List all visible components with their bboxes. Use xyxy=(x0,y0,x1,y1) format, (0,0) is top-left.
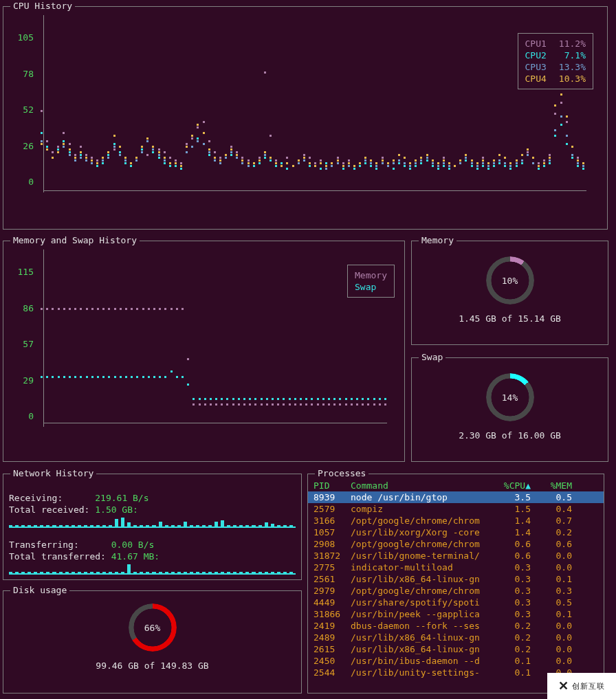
disk-donut: 66% xyxy=(129,603,177,652)
memory-percent: 10% xyxy=(486,256,534,304)
cpu-legend: CPU111.2% CPU27.1% CPU313.3% CPU410.3% xyxy=(518,33,593,89)
memory-panel: Memory 10% 1.45 GB of 15.14 GB xyxy=(411,241,608,345)
table-row[interactable]: 2908/opt/google/chrome/chrom0.60.6 xyxy=(308,538,604,550)
legend-cpu3-value: 13.3% xyxy=(559,61,586,73)
table-row[interactable]: 2489/usr/lib/x86_64-linux-gn0.20.0 xyxy=(308,632,604,643)
table-row[interactable]: 2419dbus-daemon --fork --ses0.20.0 xyxy=(308,620,604,632)
net-recv-line1: Receiving: 219.61 B/s xyxy=(9,492,296,504)
processes-header[interactable]: PID Command %CPU▲ %MEM xyxy=(308,480,604,491)
table-row[interactable]: 31872/usr/lib/gnome-terminal/0.60.0 xyxy=(308,550,604,562)
memory-title: Memory xyxy=(419,234,456,246)
recv-value: 219.61 B/s xyxy=(95,493,148,503)
net-send-line1: Transferring: 0.00 B/s xyxy=(9,539,296,551)
col-pid[interactable]: PID xyxy=(314,480,351,491)
legend-cpu4-value: 10.3% xyxy=(559,73,586,85)
table-row[interactable]: 2775indicator-multiload0.30.0 xyxy=(308,562,604,573)
send-value: 0.00 B/s xyxy=(111,540,155,550)
send-total-value: 41.67 MB: xyxy=(111,551,160,562)
swap-donut: 14% xyxy=(486,373,534,421)
table-row[interactable]: 31866/usr/bin/peek --gapplica0.30.1 xyxy=(308,608,604,620)
memory-donut: 10% xyxy=(486,256,534,304)
recv-label: Receiving: xyxy=(9,493,63,503)
col-cpu[interactable]: %CPU▲ xyxy=(495,480,536,491)
recv-total-label: Total received: xyxy=(9,504,89,515)
legend-memory-label: Memory xyxy=(355,269,387,281)
disk-percent: 66% xyxy=(129,603,177,652)
disk-usage-panel: Disk usage 66% 99.46 GB of 149.83 GB xyxy=(3,590,302,694)
table-row[interactable]: 2579compiz1.50.4 xyxy=(308,503,604,515)
table-row[interactable]: 2979/opt/google/chrome/chrom0.30.3 xyxy=(308,585,604,597)
net-send-sparkline xyxy=(9,564,296,575)
processes-body[interactable]: 8939node /usr/bin/gtop3.50.52579compiz1.… xyxy=(308,491,604,678)
legend-cpu1-value: 11.2% xyxy=(559,38,586,49)
legend-swap-label: Swap xyxy=(355,281,387,293)
net-send-line2: Total transferred: 41.67 MB: xyxy=(9,551,296,562)
watermark: ✕创新互联 xyxy=(547,673,616,699)
col-mem[interactable]: %MEM xyxy=(536,480,578,491)
net-recv-sparkline xyxy=(9,518,296,528)
swap-title: Swap xyxy=(419,351,446,363)
network-history-panel: Network History Receiving: 219.61 B/s To… xyxy=(3,474,302,580)
recv-total-value: 1.50 GB: xyxy=(95,504,138,515)
swap-percent: 14% xyxy=(486,373,534,421)
cpu-history-title: CPU History xyxy=(10,0,75,12)
swap-panel: Swap 14% 2.30 GB of 16.00 GB xyxy=(411,357,608,462)
table-row[interactable]: 3166/opt/google/chrome/chrom1.40.7 xyxy=(308,515,604,526)
net-recv-line2: Total received: 1.50 GB: xyxy=(9,504,296,515)
network-history-title: Network History xyxy=(10,467,96,479)
memswap-chart xyxy=(41,271,384,428)
table-row[interactable]: 2561/usr/lib/x86_64-linux-gn0.30.1 xyxy=(308,573,604,585)
processes-title: Processes xyxy=(315,467,368,479)
table-row[interactable]: 8939node /usr/bin/gtop3.50.5 xyxy=(308,491,604,503)
send-label: Transferring: xyxy=(9,540,79,550)
col-cmd[interactable]: Command xyxy=(351,480,495,491)
cpu-y-axis: 1057852260 xyxy=(3,37,38,194)
table-row[interactable]: 4449/usr/share/spotify/spoti0.30.5 xyxy=(308,597,604,608)
disk-detail: 99.46 GB of 149.83 GB xyxy=(3,660,301,672)
table-row[interactable]: 2615/usr/lib/x86_64-linux-gn0.20.0 xyxy=(308,643,604,655)
table-row[interactable]: 2450/usr/bin/ibus-daemon --d0.10.0 xyxy=(308,655,604,667)
cpu-history-panel: CPU History 1057852260 CPU111.2% CPU27.1… xyxy=(3,6,608,230)
legend-cpu2-label: CPU2 xyxy=(525,49,547,61)
legend-cpu2-value: 7.1% xyxy=(564,49,586,61)
send-total-label: Total transferred: xyxy=(9,551,106,562)
legend-cpu1-label: CPU1 xyxy=(525,38,547,49)
memswap-legend: Memory Swap xyxy=(347,265,395,298)
memswap-history-title: Memory and Swap History xyxy=(10,234,140,246)
memory-detail: 1.45 GB of 15.14 GB xyxy=(412,313,608,324)
legend-cpu4-label: CPU4 xyxy=(525,73,547,85)
memswap-history-panel: Memory and Swap History 1158657290 Memor… xyxy=(3,241,405,462)
sort-indicator-icon: ▲ xyxy=(525,480,531,491)
legend-cpu3-label: CPU3 xyxy=(525,61,547,73)
memswap-y-axis: 1158657290 xyxy=(3,271,38,428)
disk-usage-title: Disk usage xyxy=(10,584,69,596)
processes-panel[interactable]: Processes PID Command %CPU▲ %MEM 8939nod… xyxy=(307,474,604,694)
swap-detail: 2.30 GB of 16.00 GB xyxy=(412,430,608,441)
table-row[interactable]: 1057/usr/lib/xorg/Xorg -core1.40.2 xyxy=(308,526,604,538)
cpu-chart xyxy=(41,37,582,194)
